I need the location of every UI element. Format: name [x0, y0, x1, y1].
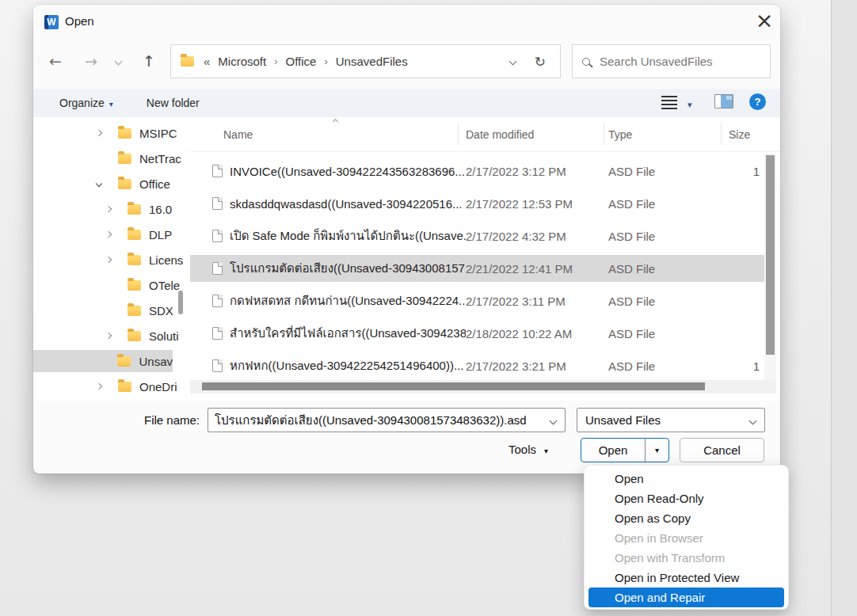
tree-item-office[interactable]: Office	[33, 173, 190, 195]
file-date: 2/17/2022 4:32 PM	[466, 230, 608, 243]
open-options-menu: Open Open Read-Only Open as Copy Open in…	[584, 465, 789, 610]
document-icon	[212, 197, 223, 210]
document-icon	[212, 165, 223, 177]
open-button[interactable]: Open	[581, 443, 645, 457]
address-dropdown-chevron-icon[interactable]	[508, 58, 516, 66]
file-row[interactable]: skdasddqwasdasd((Unsaved-3094220516... 2…	[190, 190, 764, 217]
open-dropdown-arrow-icon[interactable]: ▾	[646, 446, 668, 454]
file-row-selected[interactable]: โปรแกรมตัดต่อเสียง((Unsaved-30943008157.…	[190, 255, 764, 282]
tree-item-dlp[interactable]: DLP	[33, 223, 190, 245]
cancel-button[interactable]: Cancel	[680, 438, 764, 462]
folder-icon	[128, 331, 141, 341]
folder-icon	[128, 280, 141, 291]
expand-chevron-icon[interactable]	[105, 206, 112, 212]
breadcrumb-separator-icon: ›	[266, 55, 285, 67]
preview-pane-icon[interactable]	[714, 94, 733, 108]
tree-item-sdx[interactable]: SDX	[33, 299, 190, 321]
column-divider[interactable]	[458, 123, 459, 145]
menu-item-open-and-repair[interactable]: Open and Repair	[588, 587, 784, 607]
document-icon	[212, 230, 223, 242]
tree-item-label: Office	[139, 177, 170, 191]
breadcrumb-item-office[interactable]: Office	[286, 55, 317, 68]
tree-item-label: DLP	[149, 228, 172, 241]
address-bar[interactable]: « Microsoft › Office › UnsavedFiles ↻	[170, 44, 561, 78]
file-name: หกฟหก((Unsaved-309422254251496400))...	[230, 356, 466, 375]
folder-tree: MSIPC NetTrac Office 16.0 DLP Licens OTe…	[33, 117, 190, 401]
tree-item-nettrac[interactable]: NetTrac	[33, 147, 190, 169]
up-button[interactable]: ↑	[143, 52, 155, 70]
file-name-dropdown-chevron-icon[interactable]	[550, 417, 558, 425]
folder-icon	[128, 306, 141, 316]
desktop-background: W Open × ← → ↑ « Microsoft › Office › Un…	[0, 0, 857, 616]
search-input[interactable]	[600, 55, 758, 68]
breadcrumb-item-microsoft[interactable]: Microsoft	[218, 55, 266, 68]
menu-item-open-as-copy[interactable]: Open as Copy	[585, 508, 788, 528]
expand-chevron-icon[interactable]	[105, 257, 112, 263]
organize-button[interactable]: Organize▾	[59, 97, 113, 109]
sort-ascending-icon	[333, 119, 338, 124]
file-row[interactable]: หกฟหก((Unsaved-309422254251496400))... 2…	[190, 352, 764, 379]
horizontal-scrollbar-thumb[interactable]	[202, 382, 705, 390]
tree-item-msipc[interactable]: MSIPC	[33, 122, 190, 144]
tree-item-soluti[interactable]: Soluti	[33, 325, 190, 347]
column-header-type[interactable]: Type	[608, 128, 727, 141]
tree-item-label: SDX	[149, 304, 173, 318]
file-type: ASD File	[608, 359, 727, 373]
column-divider[interactable]	[721, 123, 722, 145]
recent-locations-chevron-icon[interactable]	[115, 58, 123, 66]
column-header-size[interactable]: Size	[727, 128, 780, 141]
file-type-combobox[interactable]: Unsaved Files	[577, 408, 765, 432]
file-type-dropdown-chevron-icon	[749, 417, 757, 425]
tree-item-licens[interactable]: Licens	[33, 249, 190, 271]
vertical-scrollbar-thumb[interactable]	[766, 155, 775, 355]
expand-chevron-icon[interactable]	[96, 130, 102, 136]
sidebar-scrollbar-thumb[interactable]	[178, 291, 183, 314]
help-icon[interactable]: ?	[749, 93, 766, 110]
open-split-button[interactable]: Open ▾	[581, 438, 669, 462]
file-size: 1	[727, 165, 764, 178]
details-view-icon[interactable]	[661, 96, 677, 97]
tools-button[interactable]: Tools▾	[508, 443, 548, 456]
breadcrumb-item-unsavedfiles[interactable]: UnsavedFiles	[336, 55, 408, 68]
menu-item-open-read-only[interactable]: Open Read-Only	[585, 489, 788, 508]
background-window-edge	[831, 0, 857, 616]
refresh-icon[interactable]: ↻	[535, 54, 546, 70]
file-name: INVOICe((Unsaved-309422243563283696...	[230, 165, 466, 178]
view-options-caret-icon[interactable]: ▾	[688, 100, 692, 110]
tree-item-unsavedfiles[interactable]: Unsav	[33, 350, 173, 372]
menu-item-open[interactable]: Open	[585, 469, 788, 489]
column-divider[interactable]	[604, 123, 604, 145]
file-row[interactable]: สำหรับใครที่มีไฟล์เอกสาร((Unsaved-309423…	[190, 320, 764, 347]
menu-item-open-in-protected-view[interactable]: Open in Protected View	[585, 568, 788, 587]
close-icon[interactable]: ×	[751, 9, 778, 34]
file-type: ASD File	[608, 165, 727, 178]
breadcrumb-overflow[interactable]: «	[204, 55, 210, 68]
file-row[interactable]: เปิด Safe Mode ก็พิมพ์งานได้ปกตินะ((Unsa…	[190, 222, 764, 249]
file-name: โปรแกรมตัดต่อเสียง((Unsaved-30943008157.…	[230, 259, 466, 278]
document-icon	[212, 359, 223, 372]
file-name: เปิด Safe Mode ก็พิมพ์งานได้ปกตินะ((Unsa…	[230, 226, 466, 245]
file-name-combobox[interactable]	[208, 408, 566, 432]
folder-icon	[118, 154, 131, 164]
file-row[interactable]: INVOICe((Unsaved-309422243563283696... 2…	[190, 158, 764, 184]
column-header-name[interactable]: Name	[223, 128, 466, 141]
tree-item-16-0[interactable]: 16.0	[33, 198, 190, 220]
back-button[interactable]: ←	[49, 52, 62, 70]
new-folder-button[interactable]: New folder	[147, 97, 200, 109]
file-date: 2/17/2022 12:53 PM	[466, 197, 608, 211]
search-box[interactable]	[572, 44, 771, 78]
tree-item-otele[interactable]: OTele	[33, 274, 190, 296]
forward-button[interactable]: →	[85, 52, 97, 70]
file-date: 2/21/2022 12:41 PM	[466, 262, 608, 276]
expand-chevron-icon[interactable]	[96, 383, 102, 390]
expand-chevron-icon[interactable]	[105, 333, 112, 339]
file-row[interactable]: กดฟหสดทส กดีทนก่าน((Unsaved-30942224... …	[190, 287, 764, 314]
folder-icon	[128, 204, 141, 215]
collapse-chevron-icon[interactable]	[96, 181, 102, 187]
tree-item-onedrive[interactable]: OneDri	[33, 375, 190, 397]
file-name-input[interactable]	[208, 409, 541, 432]
expand-chevron-icon[interactable]	[105, 231, 112, 238]
document-icon	[212, 327, 223, 340]
column-header-date[interactable]: Date modified	[466, 128, 608, 141]
file-type: ASD File	[608, 197, 727, 211]
